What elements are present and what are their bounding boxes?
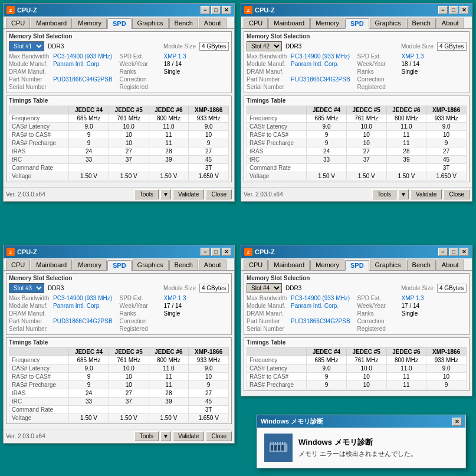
tab-mainboard-4[interactable]: Mainboard — [268, 260, 310, 270]
cpu-z-window-2: Z CPU-Z − □ ✕ CPU Mainboard Memory SPD G… — [241, 3, 472, 202]
tab-graphics-1[interactable]: Graphics — [132, 18, 169, 28]
tab-about-1[interactable]: About — [199, 18, 226, 28]
minimize-btn-2[interactable]: − — [438, 6, 448, 14]
slot-section-title-1: Memory Slot Selection — [9, 33, 229, 40]
timings-section-3: Timings Table JEDEC #4 JEDEC #5 JEDEC #6… — [6, 337, 232, 424]
table-row: RAS# Precharge910119 — [247, 139, 467, 147]
slot-selection-3: Memory Slot Selection Slot #3 DDR3 Modul… — [6, 273, 232, 335]
maximize-btn-4[interactable]: □ — [449, 248, 458, 256]
tab-graphics-4[interactable]: Graphics — [370, 260, 406, 270]
tools-dropdown-3[interactable]: ▼ — [160, 431, 171, 441]
module-size-val-1: 4 GBytes — [199, 42, 229, 51]
minimize-btn-1[interactable]: − — [201, 6, 210, 14]
tab-bench-2[interactable]: Bench — [407, 18, 436, 28]
svg-rect-8 — [277, 442, 278, 444]
tools-dropdown-2[interactable]: ▼ — [398, 189, 409, 199]
table-row: Frequency685 MHz761 MHz800 MHz933 MHz — [247, 356, 467, 365]
tab-about-4[interactable]: About — [436, 260, 464, 270]
slot-dropdown-1[interactable]: Slot #1 — [9, 41, 44, 51]
timings-title-4: Timings Table — [247, 339, 467, 346]
tools-btn-1[interactable]: Tools — [134, 189, 159, 199]
tools-btn-2[interactable]: Tools — [372, 189, 396, 199]
tab-cpu-3[interactable]: CPU — [6, 260, 30, 270]
tab-spd-1[interactable]: SPD — [107, 18, 132, 29]
tab-mainboard-1[interactable]: Mainboard — [31, 18, 72, 28]
part-val-2: PUD31866C94G2PSB — [291, 76, 350, 83]
slot-section-title-3: Memory Slot Selection — [9, 275, 229, 281]
title-bar-3: Z CPU-Z − □ ✕ — [4, 245, 234, 258]
timings-table-1: JEDEC #4 JEDEC #5 JEDEC #6 XMP-1866 Freq… — [9, 106, 229, 180]
close-btn-bottom-3[interactable]: Close — [206, 431, 232, 441]
notif-title-bar: Windows メモリ診断 ✕ — [257, 415, 465, 428]
title-bar-1: Z CPU-Z − □ ✕ — [4, 4, 234, 17]
table-row: tRAS24272827 — [9, 147, 229, 156]
version-1: Ver. 2.03.0.x64 — [6, 191, 45, 198]
table-row: Frequency685 MHz761 MHz800 MHz933 MHz — [247, 114, 467, 123]
table-row: CAS# Latency9.010.011.09.0 — [247, 123, 467, 131]
tools-btn-3[interactable]: Tools — [134, 431, 159, 441]
table-row: Voltage1.50 V1.50 V1.50 V1.650 V — [247, 172, 467, 180]
tab-memory-2[interactable]: Memory — [310, 18, 344, 28]
maximize-btn-3[interactable]: □ — [211, 248, 221, 256]
notif-heading: Windows メモリ診断 — [298, 437, 417, 448]
tab-graphics-3[interactable]: Graphics — [132, 260, 169, 270]
svg-rect-2 — [274, 445, 277, 451]
close-btn-bottom-2[interactable]: Close — [444, 189, 470, 199]
minimize-btn-3[interactable]: − — [201, 248, 210, 256]
tab-spd-3[interactable]: SPD — [107, 260, 132, 271]
slot-dropdown-3[interactable]: Slot #3 — [9, 283, 44, 293]
close-btn-bottom-1[interactable]: Close — [206, 189, 232, 199]
close-btn-4[interactable]: ✕ — [459, 248, 469, 256]
manuf-val-1: Panram Intl. Corp. — [53, 61, 101, 67]
app-icon-4: Z — [244, 248, 252, 256]
registered-row-1: Registered — [120, 84, 229, 90]
slot-dropdown-2[interactable]: Slot #2 — [247, 41, 282, 51]
validate-btn-1[interactable]: Validate — [173, 189, 204, 199]
timings-table-2: JEDEC #4 JEDEC #5 JEDEC #6 XMP-1866 Freq… — [247, 106, 467, 180]
timings-title-1: Timings Table — [9, 97, 229, 104]
tab-graphics-2[interactable]: Graphics — [370, 18, 406, 28]
tools-dropdown-1[interactable]: ▼ — [160, 189, 171, 199]
timings-section-1: Timings Table JEDEC #4 JEDEC #5 JEDEC #6… — [6, 96, 232, 182]
tab-bench-4[interactable]: Bench — [407, 260, 436, 270]
validate-btn-2[interactable]: Validate — [411, 189, 442, 199]
minimize-btn-4[interactable]: − — [438, 248, 448, 256]
tab-memory-1[interactable]: Memory — [73, 18, 107, 28]
content-3: Memory Slot Selection Slot #3 DDR3 Modul… — [4, 271, 234, 429]
app-icon-1: Z — [6, 6, 15, 14]
ranks-row-1: Ranks Single — [120, 68, 229, 75]
table-row: RAS# to CAS#9101110 — [9, 373, 229, 381]
th-jedec5-1: JEDEC #5 — [109, 106, 149, 114]
serial-row-1: Serial Number — [9, 84, 119, 90]
part-row-1: Part Number PUD31866C94G2PSB — [9, 76, 119, 83]
tab-cpu-1[interactable]: CPU — [6, 18, 30, 28]
tab-bench-1[interactable]: Bench — [169, 18, 198, 28]
close-btn-1[interactable]: ✕ — [222, 6, 231, 14]
tab-spd-2[interactable]: SPD — [345, 18, 369, 29]
slot-dropdown-4[interactable]: Slot #4 — [247, 283, 282, 293]
memory-diagnostic-svg — [267, 436, 290, 459]
tab-about-2[interactable]: About — [436, 18, 464, 28]
th-xmp-1: XMP-1866 — [189, 106, 229, 114]
tab-cpu-4[interactable]: CPU — [244, 260, 268, 270]
table-row: Voltage1.50 V1.50 V1.50 V1.650 V — [9, 172, 229, 180]
tab-about-3[interactable]: About — [199, 260, 226, 270]
tab-bench-3[interactable]: Bench — [169, 260, 198, 270]
tab-mainboard-3[interactable]: Mainboard — [31, 260, 72, 270]
maximize-btn-2[interactable]: □ — [449, 6, 458, 14]
th-jedec6-1: JEDEC #6 — [149, 106, 189, 114]
maximize-btn-1[interactable]: □ — [211, 6, 221, 14]
content-4: Memory Slot Selection Slot #4 DDR3 Modul… — [241, 271, 472, 396]
tab-cpu-2[interactable]: CPU — [244, 18, 268, 28]
close-btn-2[interactable]: ✕ — [459, 6, 469, 14]
validate-btn-3[interactable]: Validate — [173, 431, 204, 441]
tab-bar-2: CPU Mainboard Memory SPD Graphics Bench … — [241, 17, 472, 29]
tab-memory-4[interactable]: Memory — [310, 260, 344, 270]
tab-bar-3: CPU Mainboard Memory SPD Graphics Bench … — [4, 258, 234, 271]
tab-memory-3[interactable]: Memory — [73, 260, 107, 270]
tab-mainboard-2[interactable]: Mainboard — [268, 18, 310, 28]
notif-close-btn[interactable]: ✕ — [452, 418, 462, 426]
close-btn-3[interactable]: ✕ — [222, 248, 231, 256]
spd-val-1: XMP 1.3 — [164, 53, 186, 60]
tab-spd-4[interactable]: SPD — [345, 260, 369, 271]
